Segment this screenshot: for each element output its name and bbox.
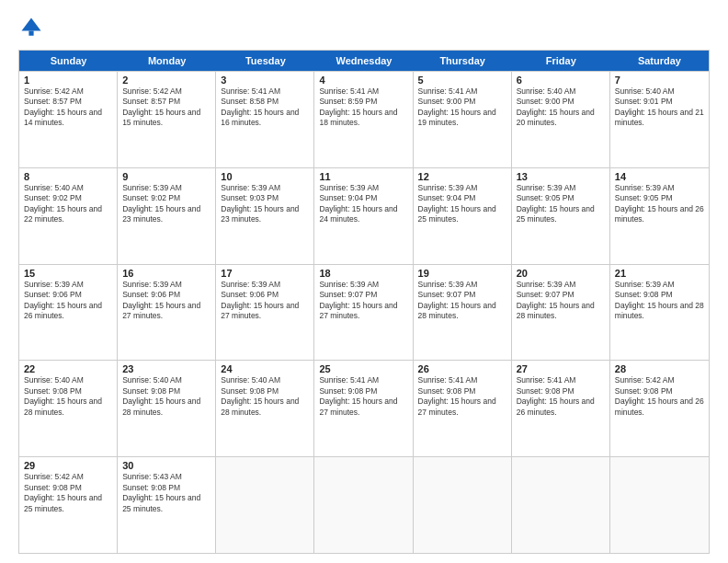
day-info: Sunrise: 5:40 AMSunset: 9:01 PMDaylight:… [615,86,704,129]
day-number: 9 [122,171,210,182]
calendar-day-18: 18Sunrise: 5:39 AMSunset: 9:07 PMDayligh… [314,265,413,361]
day-number: 26 [418,363,506,374]
day-info: Sunrise: 5:39 AMSunset: 9:08 PMDaylight:… [615,280,704,322]
day-info: Sunrise: 5:42 AMSunset: 8:57 PMDaylight:… [122,86,210,129]
calendar-day-27: 27Sunrise: 5:41 AMSunset: 9:08 PMDayligh… [512,361,610,456]
calendar-empty-cell [414,457,512,553]
calendar-week-5: 29Sunrise: 5:42 AMSunset: 9:08 PMDayligh… [19,456,709,553]
day-info: Sunrise: 5:39 AMSunset: 9:03 PMDaylight:… [221,183,309,225]
calendar-day-7: 7Sunrise: 5:40 AMSunset: 9:01 PMDaylight… [610,72,709,167]
day-info: Sunrise: 5:39 AMSunset: 9:07 PMDaylight:… [517,280,605,322]
day-info: Sunrise: 5:39 AMSunset: 9:05 PMDaylight:… [615,183,704,225]
calendar-day-23: 23Sunrise: 5:40 AMSunset: 9:08 PMDayligh… [118,361,216,456]
day-info: Sunrise: 5:39 AMSunset: 9:06 PMDaylight:… [221,280,309,322]
day-info: Sunrise: 5:42 AMSunset: 9:08 PMDaylight:… [24,472,112,514]
calendar-body: 1Sunrise: 5:42 AMSunset: 8:57 PMDaylight… [19,71,709,553]
calendar-empty-cell [314,457,413,553]
calendar-day-4: 4Sunrise: 5:41 AMSunset: 8:59 PMDaylight… [314,72,413,167]
calendar-day-9: 9Sunrise: 5:39 AMSunset: 9:02 PMDaylight… [118,168,216,264]
day-number: 25 [319,363,407,374]
logo [18,15,48,40]
calendar-empty-cell [216,457,314,553]
day-info: Sunrise: 5:40 AMSunset: 9:08 PMDaylight:… [24,375,112,418]
calendar-day-10: 10Sunrise: 5:39 AMSunset: 9:03 PMDayligh… [216,168,314,264]
calendar-day-8: 8Sunrise: 5:40 AMSunset: 9:02 PMDaylight… [19,168,118,264]
header-day-friday: Friday [512,51,610,71]
day-info: Sunrise: 5:43 AMSunset: 9:08 PMDaylight:… [122,472,210,514]
day-number: 16 [122,268,210,279]
day-number: 12 [418,171,506,182]
day-number: 13 [517,171,605,182]
calendar: SundayMondayTuesdayWednesdayThursdayFrid… [18,50,710,554]
logo-icon [18,15,44,40]
day-info: Sunrise: 5:42 AMSunset: 9:08 PMDaylight:… [615,375,704,418]
day-info: Sunrise: 5:40 AMSunset: 9:08 PMDaylight:… [221,375,309,418]
calendar-week-1: 1Sunrise: 5:42 AMSunset: 8:57 PMDaylight… [19,71,709,167]
day-number: 6 [517,75,605,86]
day-number: 29 [24,460,112,471]
calendar-header: SundayMondayTuesdayWednesdayThursdayFrid… [19,51,709,71]
svg-rect-1 [28,31,33,36]
day-info: Sunrise: 5:39 AMSunset: 9:07 PMDaylight:… [418,280,506,322]
calendar-day-5: 5Sunrise: 5:41 AMSunset: 9:00 PMDaylight… [414,72,512,167]
calendar-day-24: 24Sunrise: 5:40 AMSunset: 9:08 PMDayligh… [216,361,314,456]
calendar-empty-cell [610,457,709,553]
calendar-day-26: 26Sunrise: 5:41 AMSunset: 9:08 PMDayligh… [414,361,512,456]
calendar-empty-cell [512,457,610,553]
calendar-day-14: 14Sunrise: 5:39 AMSunset: 9:05 PMDayligh… [610,168,709,264]
calendar-day-17: 17Sunrise: 5:39 AMSunset: 9:06 PMDayligh… [216,265,314,361]
day-number: 7 [615,75,704,86]
day-number: 10 [221,171,309,182]
header [18,15,710,40]
day-number: 4 [319,75,407,86]
header-day-thursday: Thursday [414,51,512,71]
calendar-day-19: 19Sunrise: 5:39 AMSunset: 9:07 PMDayligh… [414,265,512,361]
day-number: 19 [418,268,506,279]
day-info: Sunrise: 5:41 AMSunset: 9:08 PMDaylight:… [319,375,407,418]
header-day-tuesday: Tuesday [216,51,314,71]
calendar-day-1: 1Sunrise: 5:42 AMSunset: 8:57 PMDaylight… [19,72,118,167]
day-number: 15 [24,268,112,279]
day-info: Sunrise: 5:40 AMSunset: 9:00 PMDaylight:… [517,86,605,129]
calendar-day-21: 21Sunrise: 5:39 AMSunset: 9:08 PMDayligh… [610,265,709,361]
day-info: Sunrise: 5:40 AMSunset: 9:08 PMDaylight:… [122,375,210,418]
day-number: 30 [122,460,210,471]
day-number: 2 [122,75,210,86]
day-number: 24 [221,363,309,374]
calendar-day-25: 25Sunrise: 5:41 AMSunset: 9:08 PMDayligh… [314,361,413,456]
day-number: 20 [517,268,605,279]
day-number: 14 [615,171,704,182]
calendar-day-22: 22Sunrise: 5:40 AMSunset: 9:08 PMDayligh… [19,361,118,456]
day-info: Sunrise: 5:39 AMSunset: 9:06 PMDaylight:… [24,280,112,322]
calendar-day-16: 16Sunrise: 5:39 AMSunset: 9:06 PMDayligh… [118,265,216,361]
calendar-day-13: 13Sunrise: 5:39 AMSunset: 9:05 PMDayligh… [512,168,610,264]
day-info: Sunrise: 5:41 AMSunset: 9:00 PMDaylight:… [418,86,506,129]
calendar-week-3: 15Sunrise: 5:39 AMSunset: 9:06 PMDayligh… [19,264,709,361]
header-day-saturday: Saturday [610,51,709,71]
day-number: 27 [517,363,605,374]
day-number: 17 [221,268,309,279]
calendar-day-20: 20Sunrise: 5:39 AMSunset: 9:07 PMDayligh… [512,265,610,361]
day-number: 23 [122,363,210,374]
day-number: 22 [24,363,112,374]
day-number: 28 [615,363,704,374]
calendar-day-28: 28Sunrise: 5:42 AMSunset: 9:08 PMDayligh… [610,361,709,456]
day-info: Sunrise: 5:41 AMSunset: 9:08 PMDaylight:… [418,375,506,418]
day-info: Sunrise: 5:39 AMSunset: 9:04 PMDaylight:… [319,183,407,225]
page: SundayMondayTuesdayWednesdayThursdayFrid… [0,0,728,563]
calendar-day-29: 29Sunrise: 5:42 AMSunset: 9:08 PMDayligh… [19,457,118,553]
day-info: Sunrise: 5:39 AMSunset: 9:04 PMDaylight:… [418,183,506,225]
day-number: 11 [319,171,407,182]
calendar-day-30: 30Sunrise: 5:43 AMSunset: 9:08 PMDayligh… [118,457,216,553]
calendar-week-2: 8Sunrise: 5:40 AMSunset: 9:02 PMDaylight… [19,167,709,264]
day-number: 21 [615,268,704,279]
day-info: Sunrise: 5:40 AMSunset: 9:02 PMDaylight:… [24,183,112,225]
calendar-day-12: 12Sunrise: 5:39 AMSunset: 9:04 PMDayligh… [414,168,512,264]
day-number: 18 [319,268,407,279]
day-number: 8 [24,171,112,182]
header-day-monday: Monday [118,51,216,71]
day-number: 1 [24,75,112,86]
day-info: Sunrise: 5:41 AMSunset: 8:59 PMDaylight:… [319,86,407,129]
day-info: Sunrise: 5:39 AMSunset: 9:05 PMDaylight:… [517,183,605,225]
day-number: 5 [418,75,506,86]
